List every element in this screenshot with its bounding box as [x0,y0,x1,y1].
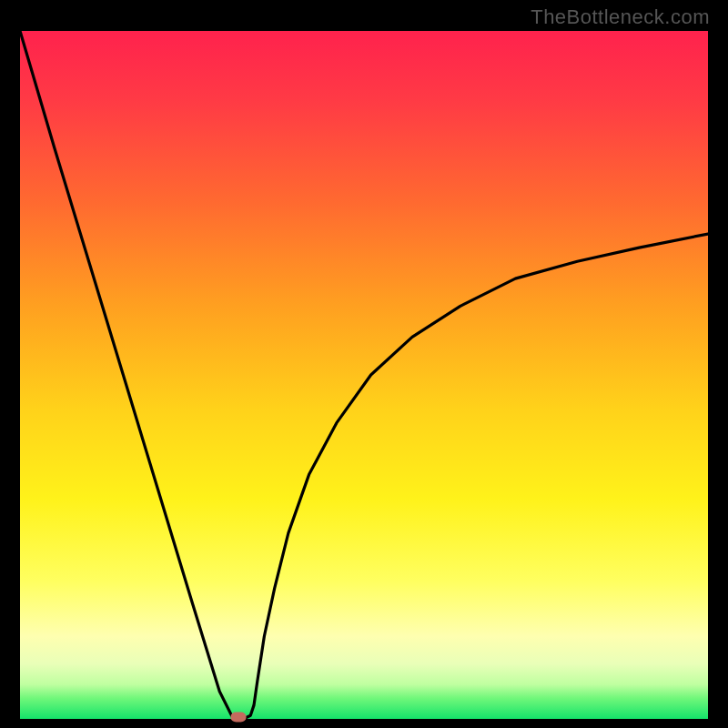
minimum-marker [231,712,247,722]
watermark-text: TheBottleneck.com [531,5,710,29]
chart-frame: TheBottleneck.com [0,0,728,728]
gradient-plot-area [20,31,708,719]
bottleneck-curve [20,31,708,719]
